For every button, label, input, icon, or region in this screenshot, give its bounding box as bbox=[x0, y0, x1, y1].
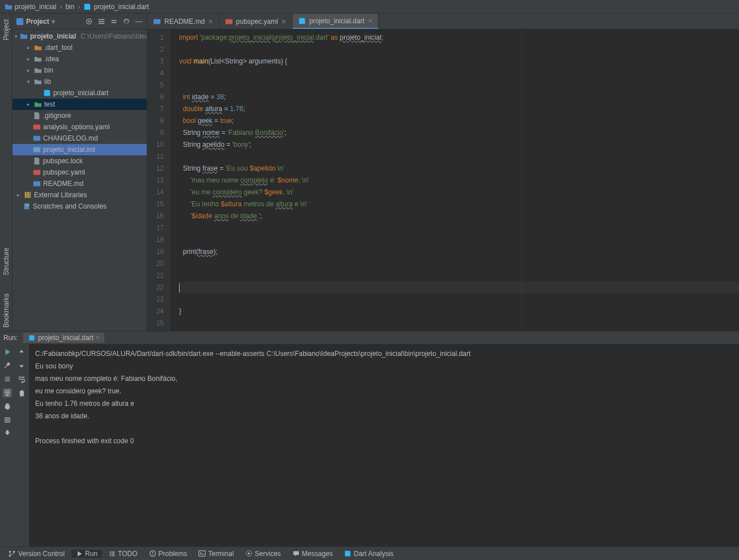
bottom-label: Run bbox=[85, 550, 97, 558]
tree-label: analysis_options.yaml bbox=[43, 123, 109, 131]
project-panel-header: Project ▾ — bbox=[12, 14, 147, 29]
up-icon[interactable] bbox=[17, 347, 26, 357]
tree-root[interactable]: ▾ projeto_inicial C:\Users\Fabiano\Idea bbox=[12, 31, 147, 42]
close-icon[interactable]: × bbox=[208, 18, 213, 26]
scroll-to-end-icon[interactable] bbox=[3, 388, 12, 397]
tree-bin[interactable]: ▸ bin bbox=[12, 65, 147, 76]
tree-pubspecyaml[interactable]: pubspec.yaml bbox=[12, 167, 147, 178]
file-icon bbox=[33, 157, 41, 165]
settings-icon[interactable] bbox=[3, 415, 12, 425]
hide-icon[interactable]: — bbox=[134, 17, 143, 26]
tree-scratches[interactable]: Scratches and Consoles bbox=[12, 201, 147, 212]
dart-file-icon bbox=[83, 3, 91, 11]
tree-analysis[interactable]: analysis_options.yaml bbox=[12, 121, 147, 133]
bottom-messages[interactable]: Messages bbox=[288, 550, 338, 558]
bottom-problems[interactable]: Problems bbox=[145, 550, 192, 558]
run-icon[interactable] bbox=[3, 347, 12, 357]
bottom-vcs[interactable]: Version Control bbox=[3, 550, 69, 558]
bottom-todo[interactable]: TODO bbox=[104, 550, 142, 558]
tree-lib-file[interactable]: projeto_inicial.dart bbox=[12, 87, 147, 99]
project-tree[interactable]: ▾ projeto_inicial C:\Users\Fabiano\Idea … bbox=[12, 29, 147, 331]
tab-projeto-inicial[interactable]: projeto_inicial.dart × bbox=[292, 14, 379, 29]
yaml-file-icon bbox=[33, 123, 41, 131]
crumb-label: bin bbox=[65, 3, 74, 11]
line-gutter: 1234567891011121314151617181920212223242… bbox=[147, 29, 170, 331]
print-icon[interactable] bbox=[3, 402, 12, 411]
svg-rect-3 bbox=[33, 125, 40, 130]
tab-label: projeto_inicial.dart bbox=[309, 17, 364, 25]
svg-rect-5 bbox=[33, 147, 40, 152]
right-margin-line bbox=[521, 29, 522, 331]
library-icon bbox=[24, 191, 32, 199]
tree-changelog[interactable]: CHANGELOG.md bbox=[12, 133, 147, 144]
chevron-right-icon: ▸ bbox=[25, 45, 32, 50]
tree-label: pubspec.lock bbox=[43, 157, 83, 165]
editor-area: README.md × pubspec.yaml × projeto_inici… bbox=[147, 14, 739, 331]
bottom-label: Version Control bbox=[18, 550, 65, 558]
run-panel: Run: projeto_inicial.dart × bbox=[0, 331, 739, 546]
chevron-right-icon: ▸ bbox=[25, 101, 32, 107]
bottom-tool-bar: Version Control Run TODO Problems Termin… bbox=[0, 546, 739, 560]
project-icon bbox=[16, 18, 24, 26]
console-line: Eu sou bony bbox=[35, 362, 73, 370]
bottom-label: Problems bbox=[159, 550, 188, 558]
tab-readme[interactable]: README.md × bbox=[147, 14, 219, 29]
tree-external[interactable]: ▸ External Libraries bbox=[12, 189, 147, 201]
todo-icon bbox=[109, 550, 116, 557]
tree-readme[interactable]: README.md bbox=[12, 178, 147, 189]
close-icon[interactable]: × bbox=[96, 334, 100, 342]
side-tab-structure[interactable]: Structure bbox=[1, 244, 11, 279]
svg-rect-10 bbox=[5, 377, 10, 382]
close-icon[interactable]: × bbox=[368, 17, 372, 25]
tree-dart-tool[interactable]: ▸ .dart_tool bbox=[12, 42, 147, 53]
crumb-root[interactable]: projeto_inicial bbox=[5, 3, 56, 11]
tree-lib[interactable]: ▾ lib bbox=[12, 76, 147, 87]
close-icon[interactable]: × bbox=[282, 18, 286, 26]
yaml-file-icon bbox=[33, 168, 41, 176]
tab-pubspec[interactable]: pubspec.yaml × bbox=[219, 14, 292, 29]
side-tab-project[interactable]: Project bbox=[1, 16, 11, 44]
folder-icon bbox=[5, 3, 12, 11]
tree-pubspeclock[interactable]: pubspec.lock bbox=[12, 155, 147, 167]
bottom-services[interactable]: Services bbox=[241, 550, 286, 558]
editor-tabs: README.md × pubspec.yaml × projeto_inici… bbox=[147, 14, 739, 29]
collapse-all-icon[interactable] bbox=[109, 17, 118, 26]
tree-iml[interactable]: projeto_inicial.iml bbox=[12, 144, 147, 155]
tab-label: README.md bbox=[164, 18, 205, 26]
dart-file-icon bbox=[28, 334, 36, 342]
tree-label: Scratches and Consoles bbox=[33, 202, 107, 210]
down-icon[interactable] bbox=[17, 361, 26, 370]
run-tab[interactable]: projeto_inicial.dart × bbox=[23, 333, 104, 343]
console-output[interactable]: C:/Fabianobkp/CURSOS/ALURA/Dart/dart-sdk… bbox=[29, 344, 739, 546]
wrench-icon[interactable] bbox=[3, 361, 12, 370]
side-tab-bookmarks[interactable]: Bookmarks bbox=[1, 290, 11, 331]
expand-all-icon[interactable] bbox=[97, 17, 106, 26]
code-body[interactable]: import 'package:projeto_inicial/projeto_… bbox=[170, 29, 739, 331]
tree-label: test bbox=[44, 100, 55, 108]
pin-icon[interactable] bbox=[3, 429, 12, 438]
run-tab-label: projeto_inicial.dart bbox=[38, 334, 93, 342]
tree-idea[interactable]: ▸ .idea bbox=[12, 53, 147, 65]
svg-rect-9 bbox=[225, 19, 232, 24]
bottom-terminal[interactable]: Terminal bbox=[194, 550, 238, 558]
tree-test[interactable]: ▸ test bbox=[12, 99, 147, 110]
locate-icon[interactable] bbox=[84, 17, 94, 26]
side-tab-label: Project bbox=[2, 19, 10, 40]
crumb-file[interactable]: projeto_inicial.dart bbox=[83, 3, 148, 11]
chevron-down-icon: ▾ bbox=[15, 33, 18, 39]
md-file-icon bbox=[153, 18, 161, 26]
side-tab-label: Bookmarks bbox=[2, 294, 10, 328]
svg-rect-13 bbox=[5, 422, 11, 423]
tree-label: lib bbox=[44, 78, 51, 86]
crumb-bin[interactable]: bin bbox=[65, 3, 74, 11]
tree-gitignore[interactable]: .gitignore bbox=[12, 110, 147, 121]
bottom-dart-analysis[interactable]: Dart Analysis bbox=[339, 550, 398, 558]
bottom-label: Services bbox=[255, 550, 281, 558]
project-panel-title[interactable]: Project ▾ bbox=[16, 18, 55, 26]
bottom-run[interactable]: Run bbox=[71, 550, 102, 558]
stop-icon[interactable] bbox=[3, 375, 12, 384]
gear-icon[interactable] bbox=[122, 17, 131, 26]
trash-icon[interactable] bbox=[17, 388, 26, 397]
code-editor[interactable]: 1234567891011121314151617181920212223242… bbox=[147, 29, 739, 331]
soft-wrap-icon[interactable] bbox=[17, 375, 26, 384]
